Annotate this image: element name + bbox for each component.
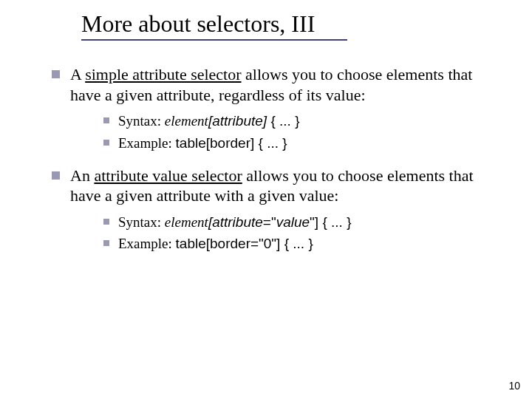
syntax-element: element [165,214,208,230]
bullet-item-2: An attribute value selector allows you t… [52,166,495,206]
example-code: table[border] { ... } [176,135,287,151]
sub-item-example-1: Example: table[border] { ... } [103,134,495,152]
sub-item-syntax-1: Syntax: element[attribute] { ... } [103,112,495,130]
text: An [70,166,94,185]
bullet-icon [103,240,109,246]
label: Syntax: [118,113,165,129]
bullet-icon [103,140,109,146]
bullet-icon [103,117,109,123]
sub-item-syntax-2: Syntax: element[attribute="value"] { ...… [103,214,495,231]
bullet-icon [52,70,60,78]
bullet-icon [103,219,109,225]
title-underline [81,39,347,41]
text: A [70,65,85,83]
slide-title: More about selectors, III [81,10,502,38]
label: Syntax: [118,214,165,230]
syntax-rest: { ... } [318,214,351,230]
sub-text: Example: table[border="0"] { ... } [118,235,495,253]
term: simple attribute selector [85,65,241,83]
title-area: More about selectors, III [0,0,532,45]
syntax-attr: [attribute] [208,113,267,129]
slide: More about selectors, III A simple attri… [0,0,532,399]
label: Example: [118,236,176,251]
page-number: 10 [508,380,520,392]
syntax-element: element [165,113,208,129]
bullet-text: An attribute value selector allows you t… [70,166,495,206]
example-code: table[border="0"] { ... } [176,236,313,251]
sub-text: Syntax: element[attribute="value"] { ...… [118,214,495,231]
bullet-item-1: A simple attribute selector allows you t… [52,64,495,105]
sub-text: Syntax: element[attribute] { ... } [118,112,495,130]
bullet-icon [52,171,60,180]
slide-body: A simple attribute selector allows you t… [0,45,532,253]
sub-item-example-2: Example: table[border="0"] { ... } [103,235,495,253]
sub-text: Example: table[border] { ... } [118,134,495,152]
syntax-rest: { ... } [267,113,299,129]
syntax-value: value [276,214,310,230]
syntax-eq: =" [263,214,276,230]
syntax-attr: [attribute [208,214,263,230]
label: Example: [118,135,176,151]
bullet-text: A simple attribute selector allows you t… [70,64,495,105]
syntax-close: "] [310,214,318,230]
term: attribute value selector [94,166,242,185]
